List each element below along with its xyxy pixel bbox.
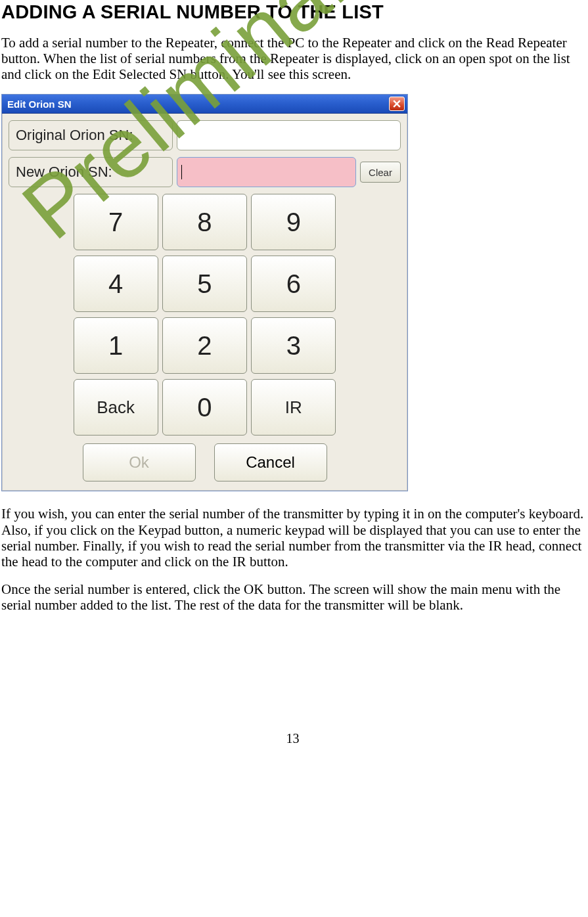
original-sn-field: [177, 120, 401, 150]
dialog-title: Edit Orion SN: [7, 99, 72, 110]
key-4[interactable]: 4: [74, 256, 158, 312]
page-number: 13: [1, 731, 584, 746]
clear-button[interactable]: Clear: [360, 162, 401, 183]
key-0[interactable]: 0: [162, 379, 247, 436]
body-paragraph-2: If you wish, you can enter the serial nu…: [1, 506, 584, 570]
key-1[interactable]: 1: [74, 317, 158, 374]
key-3[interactable]: 3: [251, 317, 336, 374]
key-5[interactable]: 5: [162, 256, 247, 312]
ok-button[interactable]: Ok: [83, 443, 196, 481]
key-back[interactable]: Back: [74, 379, 158, 436]
cancel-button[interactable]: Cancel: [214, 443, 327, 481]
key-9[interactable]: 9: [251, 194, 336, 250]
new-sn-label: New Orion SN:: [9, 157, 173, 187]
key-ir[interactable]: IR: [251, 379, 336, 436]
dialog-titlebar: Edit Orion SN: [2, 95, 407, 114]
text-caret: [181, 165, 182, 179]
key-8[interactable]: 8: [162, 194, 247, 250]
dialog-screenshot: Edit Orion SN Original Orion SN: New Ori…: [1, 94, 408, 491]
key-7[interactable]: 7: [74, 194, 158, 250]
close-icon[interactable]: [389, 97, 405, 111]
key-2[interactable]: 2: [162, 317, 247, 374]
body-paragraph-3: Once the serial number is entered, click…: [1, 581, 584, 613]
intro-paragraph: To add a serial number to the Repeater, …: [1, 35, 584, 82]
key-6[interactable]: 6: [251, 256, 336, 312]
numeric-keypad: 7 8 9 4 5 6 1 2 3: [74, 194, 336, 481]
original-sn-label: Original Orion SN:: [9, 120, 173, 150]
section-heading: ADDING A SERIAL NUMBER TO THE LIST: [1, 1, 584, 23]
new-sn-input[interactable]: [177, 157, 356, 187]
